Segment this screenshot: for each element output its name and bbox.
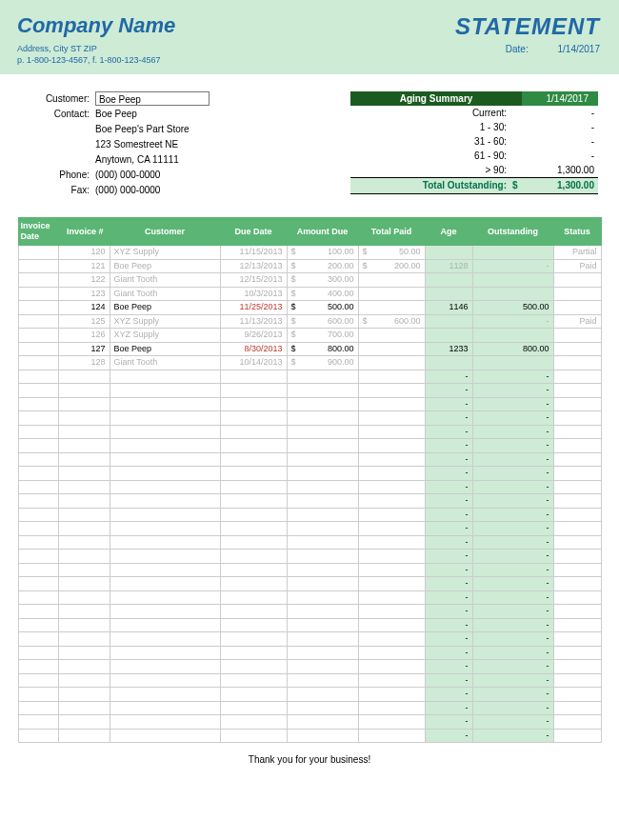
cell-outstanding: - xyxy=(472,632,553,647)
table-row: -- xyxy=(18,632,601,647)
cell-invoice-date xyxy=(18,287,58,301)
cell-outstanding: - xyxy=(472,729,553,743)
cell-age: - xyxy=(425,688,472,702)
cell-invoice-num: 120 xyxy=(58,246,110,260)
cell-age: - xyxy=(425,467,472,481)
cell-outstanding: - xyxy=(472,563,553,577)
cell-status xyxy=(553,273,601,288)
cell-outstanding: - xyxy=(472,370,553,384)
fax-label: Fax: xyxy=(21,183,95,198)
cell-age: - xyxy=(425,590,472,605)
cell-age: - xyxy=(425,605,472,619)
column-header: Invoice # xyxy=(58,218,110,246)
cell-invoice-date xyxy=(18,273,58,288)
cell-outstanding xyxy=(472,329,553,343)
cell-age: - xyxy=(425,397,472,411)
cell-invoice-date xyxy=(18,329,58,343)
table-row: -- xyxy=(18,605,601,619)
cell-status xyxy=(553,287,601,301)
cell-status xyxy=(553,342,601,356)
table-row: -- xyxy=(18,701,601,715)
cell-outstanding xyxy=(472,287,553,301)
cell-age: - xyxy=(425,646,472,660)
cell-amount-due: $300.00 xyxy=(287,273,358,288)
cell-customer: Giant Tooth xyxy=(110,273,220,288)
aging-row-label: 1 - 30: xyxy=(350,120,512,134)
cell-outstanding: - xyxy=(472,701,553,715)
customer-street: 123 Somestreet NE xyxy=(95,137,178,152)
cell-due-date: 11/25/2013 xyxy=(220,301,287,315)
cell-outstanding: - xyxy=(472,688,553,702)
cell-outstanding: - xyxy=(472,605,553,619)
cell-outstanding: - xyxy=(472,673,553,688)
cell-age: - xyxy=(425,673,472,688)
cell-invoice-date xyxy=(18,314,58,329)
cell-outstanding: 500.00 xyxy=(472,301,553,315)
contact-label: Contact: xyxy=(21,107,95,122)
cell-total-paid xyxy=(358,329,425,343)
cell-due-date: 9/26/2013 xyxy=(220,329,287,343)
cell-invoice-num: 122 xyxy=(58,273,110,288)
cell-due-date: 12/15/2013 xyxy=(220,273,287,288)
cell-outstanding: - xyxy=(472,425,553,439)
table-row: -- xyxy=(18,535,601,550)
invoices-table: Invoice DateInvoice #CustomerDue DateAmo… xyxy=(18,217,602,743)
table-row: -- xyxy=(18,688,601,702)
table-row: 126XYZ Supply9/26/2013$700.00 xyxy=(18,329,601,343)
cell-outstanding: - xyxy=(472,384,553,398)
customer-citystate: Anytown, CA 11111 xyxy=(95,152,179,168)
cell-customer: Boe Peep xyxy=(110,259,220,273)
cell-invoice-num: 127 xyxy=(58,342,110,356)
cell-outstanding: - xyxy=(472,397,553,411)
cell-status xyxy=(553,329,601,343)
cell-age: 1146 xyxy=(425,301,472,315)
table-row: 128Giant Tooth10/14/2013$900.00 xyxy=(18,356,601,370)
cell-age: - xyxy=(425,660,472,674)
table-header-row: Invoice DateInvoice #CustomerDue DateAmo… xyxy=(18,218,601,246)
cell-outstanding: - xyxy=(472,715,553,730)
statement-date: Date: 1/14/2017 xyxy=(455,44,600,54)
cell-total-paid xyxy=(358,273,425,288)
cell-outstanding: - xyxy=(472,259,553,273)
cell-age xyxy=(425,329,472,343)
cell-outstanding: - xyxy=(472,508,553,522)
cell-invoice-date xyxy=(18,301,58,315)
phone-value: (000) 000-0000 xyxy=(95,168,160,183)
cell-age: - xyxy=(425,452,472,467)
table-row: -- xyxy=(18,384,601,398)
cell-age: - xyxy=(425,439,472,453)
cell-due-date: 10/3/2013 xyxy=(220,287,287,301)
cell-invoice-num: 126 xyxy=(58,329,110,343)
cell-age: 1128 xyxy=(425,259,472,273)
cell-outstanding: - xyxy=(472,535,553,550)
cell-age xyxy=(425,314,472,329)
table-row: -- xyxy=(18,494,601,509)
cell-age: - xyxy=(425,425,472,439)
aging-row-label: Current: xyxy=(350,106,512,120)
table-row: -- xyxy=(18,715,601,730)
table-row: -- xyxy=(18,439,601,453)
cell-outstanding: - xyxy=(472,439,553,453)
column-header: Amount Due xyxy=(287,218,358,246)
fax-value: (000) 000-0000 xyxy=(95,183,160,198)
table-row: -- xyxy=(18,480,601,494)
cell-age: - xyxy=(425,480,472,494)
customer-block: Customer: Boe Peep Contact: Boe Peep Boe… xyxy=(21,91,293,198)
column-header: Age xyxy=(425,218,472,246)
cell-age xyxy=(425,356,472,370)
table-row: 125XYZ Supply11/13/2013$600.00$600.00-Pa… xyxy=(18,314,601,329)
date-value: 1/14/2017 xyxy=(558,44,601,54)
table-row: -- xyxy=(18,729,601,743)
table-row: 127Boe Peep8/30/2013$800.001233800.00 xyxy=(18,342,601,356)
cell-status: Paid xyxy=(553,259,601,273)
customer-name-input[interactable]: Boe Peep xyxy=(95,91,210,106)
cell-due-date: 12/13/2013 xyxy=(220,259,287,273)
table-row: 122Giant Tooth12/15/2013$300.00 xyxy=(18,273,601,288)
cell-invoice-date xyxy=(18,246,58,260)
cell-outstanding: - xyxy=(472,494,553,509)
cell-age: - xyxy=(425,550,472,564)
aging-total-currency: $ xyxy=(512,178,529,193)
cell-outstanding: - xyxy=(472,411,553,426)
company-address: Address, City ST ZIP xyxy=(17,44,175,53)
cell-outstanding: - xyxy=(472,314,553,329)
